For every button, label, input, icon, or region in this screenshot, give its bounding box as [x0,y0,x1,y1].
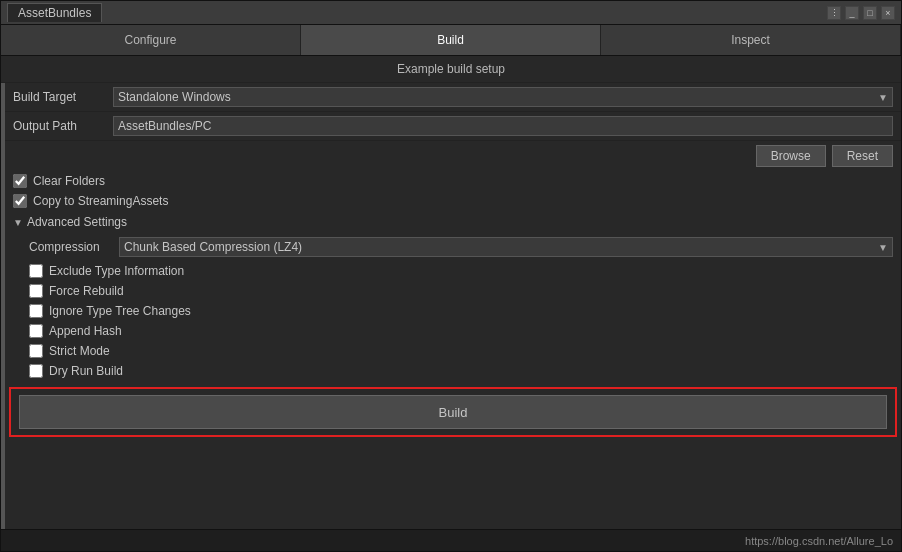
clear-folders-checkbox[interactable] [13,174,27,188]
build-target-row: Build Target Standalone Windows ▼ [5,83,901,112]
dry-run-checkbox[interactable] [29,364,43,378]
subtitle: Example build setup [1,56,901,83]
build-button[interactable]: Build [19,395,887,429]
build-target-dropdown-arrow: ▼ [878,92,888,103]
exclude-type-row: Exclude Type Information [5,261,901,281]
bottom-spacer [5,443,901,523]
copy-streaming-checkbox[interactable] [13,194,27,208]
strict-mode-row: Strict Mode [5,341,901,361]
ignore-type-tree-checkbox[interactable] [29,304,43,318]
footer: https://blog.csdn.net/Allure_Lo [1,529,901,551]
window-title-tab[interactable]: AssetBundles [7,3,102,22]
nav-tabs: Configure Build Inspect [1,25,901,56]
advanced-settings-arrow: ▼ [13,217,23,228]
title-bar: AssetBundles ⋮ _ □ × [1,1,901,25]
path-buttons-row: Browse Reset [5,141,901,171]
reset-button[interactable]: Reset [832,145,893,167]
asset-bundles-window: AssetBundles ⋮ _ □ × Configure Build Ins… [0,0,902,552]
strict-mode-label: Strict Mode [49,344,110,358]
scrollbar-area: Build Target Standalone Windows ▼ Output… [1,83,901,529]
build-target-dropdown-value: Standalone Windows [118,90,231,104]
minimize-button[interactable]: _ [845,6,859,20]
force-rebuild-label: Force Rebuild [49,284,124,298]
compression-dropdown-value: Chunk Based Compression (LZ4) [124,240,302,254]
maximize-button[interactable]: □ [863,6,877,20]
clear-folders-label: Clear Folders [33,174,105,188]
clear-folders-row: Clear Folders [5,171,901,191]
tab-build[interactable]: Build [301,25,601,55]
dry-run-row: Dry Run Build [5,361,901,381]
compression-dropdown[interactable]: Chunk Based Compression (LZ4) ▼ [119,237,893,257]
force-rebuild-checkbox[interactable] [29,284,43,298]
output-path-input[interactable] [113,116,893,136]
footer-url: https://blog.csdn.net/Allure_Lo [745,535,893,547]
menu-icon-btn[interactable]: ⋮ [827,6,841,20]
main-scroll-area[interactable]: Build Target Standalone Windows ▼ Output… [5,83,901,529]
append-hash-checkbox[interactable] [29,324,43,338]
output-path-label: Output Path [13,119,113,133]
browse-button[interactable]: Browse [756,145,826,167]
tab-inspect[interactable]: Inspect [601,25,901,55]
build-target-dropdown[interactable]: Standalone Windows ▼ [113,87,893,107]
compression-dropdown-arrow: ▼ [878,242,888,253]
ignore-type-tree-label: Ignore Type Tree Changes [49,304,191,318]
build-section: Build [9,387,897,437]
append-hash-row: Append Hash [5,321,901,341]
force-rebuild-row: Force Rebuild [5,281,901,301]
append-hash-label: Append Hash [49,324,122,338]
build-target-label: Build Target [13,90,113,104]
copy-streaming-label: Copy to StreamingAssets [33,194,168,208]
tab-configure[interactable]: Configure [1,25,301,55]
output-path-value [113,116,893,136]
exclude-type-label: Exclude Type Information [49,264,184,278]
copy-streaming-row: Copy to StreamingAssets [5,191,901,211]
ignore-type-tree-row: Ignore Type Tree Changes [5,301,901,321]
dry-run-label: Dry Run Build [49,364,123,378]
build-target-value: Standalone Windows ▼ [113,87,893,107]
title-bar-left: AssetBundles [7,3,102,22]
advanced-settings-label: Advanced Settings [27,215,127,229]
close-button[interactable]: × [881,6,895,20]
title-bar-right: ⋮ _ □ × [827,6,895,20]
compression-row: Compression Chunk Based Compression (LZ4… [5,233,901,261]
compression-value: Chunk Based Compression (LZ4) ▼ [119,237,893,257]
advanced-settings-header[interactable]: ▼ Advanced Settings [5,211,901,233]
output-path-row: Output Path [5,112,901,141]
compression-label: Compression [29,240,119,254]
strict-mode-checkbox[interactable] [29,344,43,358]
exclude-type-checkbox[interactable] [29,264,43,278]
